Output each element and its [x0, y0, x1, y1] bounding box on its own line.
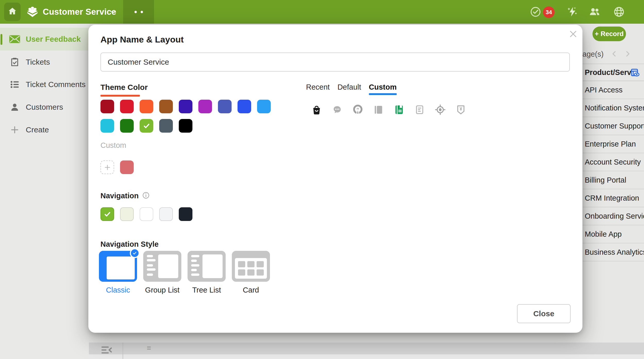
app-title[interactable]: Customer Service: [43, 0, 116, 24]
navigation-color-swatch[interactable]: [179, 207, 192, 221]
nav-style-group-list[interactable]: Group List: [143, 251, 181, 294]
theme-color-underline: [100, 95, 140, 97]
record-row[interactable]: Billing Portal: [583, 171, 644, 189]
nav-style-label: Tree List: [192, 286, 221, 294]
add-record-button[interactable]: + Record: [592, 27, 626, 41]
sidebar-item-create[interactable]: Create: [0, 118, 89, 141]
pagination-label: age(s): [582, 50, 604, 58]
navigation-style-options: Classic Group List: [99, 251, 270, 294]
dialog-title: App Name & Layout: [100, 35, 184, 45]
sidebar-item-ticket-comments[interactable]: Ticket Comments: [0, 73, 89, 96]
theme-color-swatch[interactable]: [120, 100, 134, 113]
notification-badge[interactable]: 34: [543, 6, 555, 18]
sidebar-item-user-feedback[interactable]: User Feedback: [0, 28, 89, 50]
theme-color-swatch[interactable]: [179, 119, 192, 133]
plus-icon: [9, 125, 20, 134]
classic-style-icon: [99, 251, 137, 282]
add-custom-color-button[interactable]: [100, 160, 114, 174]
nav-style-label: Card: [243, 286, 259, 294]
theme-color-swatch[interactable]: [198, 100, 212, 113]
theme-color-swatch[interactable]: [159, 119, 173, 133]
theme-color-swatch[interactable]: [140, 100, 153, 113]
ai-sparkle-icon[interactable]: [566, 0, 579, 24]
top-header: Customer Service 34: [0, 0, 644, 24]
yen-badge-icon[interactable]: ¥: [455, 104, 467, 116]
column-header-label: Product/Serv: [583, 68, 631, 77]
document-icon[interactable]: [413, 104, 426, 116]
record-row[interactable]: Notification System: [583, 99, 644, 117]
sidebar-item-label: Ticket Comments: [26, 80, 86, 89]
navigation-style-label: Navigation Style: [100, 240, 159, 249]
nav-style-label: Classic: [106, 286, 130, 294]
record-row[interactable]: Onboarding Service: [583, 207, 644, 225]
clipboard-check-icon: [9, 57, 20, 67]
custom-color-swatch[interactable]: [120, 160, 134, 174]
theme-color-swatch[interactable]: [100, 100, 114, 113]
nav-style-tree-list[interactable]: Tree List: [188, 251, 226, 294]
navigation-color-swatch[interactable]: [159, 207, 173, 221]
record-row[interactable]: Customer Support: [583, 117, 644, 135]
form-view-eye-icon[interactable]: [630, 68, 640, 79]
tasks-check-icon[interactable]: [530, 0, 541, 24]
toolbar-divider: [123, 343, 123, 359]
shopping-bag-icon[interactable]: [310, 104, 323, 116]
collapse-sidebar-icon[interactable]: [101, 346, 112, 355]
tab-custom[interactable]: Custom: [369, 83, 397, 95]
sidebar-item-customers[interactable]: Customers: [0, 96, 89, 118]
pagination-prev-icon[interactable]: [611, 50, 618, 59]
theme-color-swatch[interactable]: [100, 119, 114, 133]
green-book-icon[interactable]: [393, 104, 405, 116]
mail-icon: [9, 35, 20, 43]
record-row[interactable]: Business Analytics S: [583, 243, 644, 261]
theme-color-swatch[interactable]: [120, 119, 134, 133]
active-item-indicator: [1, 34, 2, 45]
custom-icon-row: ¥: [310, 104, 467, 116]
svg-text:¥: ¥: [460, 106, 462, 112]
tab-default[interactable]: Default: [337, 83, 361, 95]
theme-color-label: Theme Color: [100, 83, 148, 92]
navigation-color-swatch[interactable]: [140, 207, 153, 221]
chat-dots-icon[interactable]: [331, 104, 343, 116]
target-icon[interactable]: [434, 104, 446, 116]
pagination-next-icon[interactable]: [624, 50, 631, 59]
list-icon: [9, 79, 20, 90]
custom-colors-row: [100, 160, 134, 174]
info-icon[interactable]: [142, 192, 150, 200]
app-root: Customer Service 34: [0, 0, 644, 359]
nav-style-classic[interactable]: Classic: [99, 251, 137, 294]
table-column-header[interactable]: Product/Serv: [583, 64, 644, 81]
chevron-down-icon: [109, 8, 116, 17]
sidebar-item-label: Customers: [26, 103, 63, 112]
resize-handle[interactable]: =: [147, 344, 151, 352]
record-row[interactable]: Mobile App: [583, 225, 644, 243]
sidebar: User Feedback Tickets Ticke: [0, 24, 89, 359]
theme-color-swatch[interactable]: [238, 100, 251, 113]
nav-style-card[interactable]: Card: [232, 251, 270, 294]
close-icon[interactable]: [569, 29, 578, 40]
sidebar-item-tickets[interactable]: Tickets: [0, 51, 89, 73]
record-row[interactable]: Account Security: [583, 153, 644, 171]
icon-picker-tabs: Recent Default Custom: [306, 83, 397, 95]
record-row[interactable]: Enterprise Plan: [583, 135, 644, 153]
custom-colors-label: Custom: [100, 141, 126, 150]
users-icon[interactable]: [588, 0, 601, 24]
tab-recent[interactable]: Recent: [306, 83, 330, 95]
theme-color-swatch[interactable]: [218, 100, 232, 113]
home-button[interactable]: [4, 3, 21, 21]
keyhole-icon[interactable]: [352, 104, 364, 116]
theme-color-swatch[interactable]: [179, 100, 192, 113]
notebook-icon[interactable]: [372, 104, 385, 116]
navigation-color-swatch[interactable]: [100, 207, 114, 221]
sidebar-item-label: Tickets: [26, 58, 50, 66]
navigation-color-swatch[interactable]: [120, 207, 134, 221]
close-button[interactable]: Close: [517, 304, 571, 323]
record-row[interactable]: API Access: [583, 81, 644, 99]
app-name-input[interactable]: [100, 53, 570, 72]
record-row[interactable]: CRM Integration: [583, 189, 644, 207]
theme-color-swatch[interactable]: [159, 100, 173, 113]
globe-icon[interactable]: [613, 0, 625, 24]
more-apps-menu[interactable]: [123, 0, 154, 24]
theme-color-swatch[interactable]: [257, 100, 271, 113]
person-icon: [9, 102, 20, 112]
theme-color-swatch[interactable]: [140, 119, 153, 133]
